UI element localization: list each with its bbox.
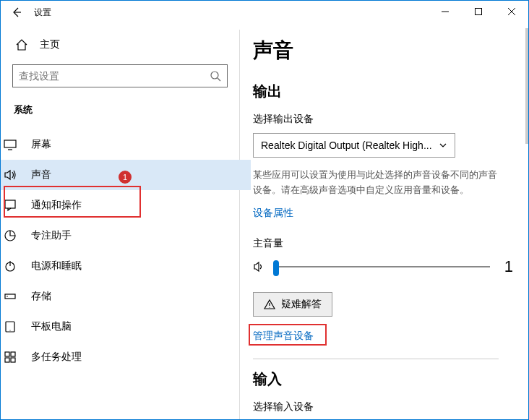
- svg-rect-0: [476, 9, 482, 15]
- home-label: 主页: [40, 38, 60, 51]
- svg-rect-10: [11, 352, 15, 356]
- svg-rect-11: [5, 358, 9, 362]
- output-help-text: 某些应用可以设置为使用与此处选择的声音设备不同的声音设备。请在高级声音选项中自定…: [253, 168, 499, 198]
- scrollbar[interactable]: [525, 28, 528, 144]
- sidebar: 主页 系统 屏幕 声音 通知和操作: [1, 24, 239, 419]
- storage-icon: [4, 290, 17, 303]
- notifications-icon: [4, 199, 17, 212]
- device-properties-link[interactable]: 设备属性: [253, 207, 293, 220]
- svg-rect-2: [4, 140, 16, 147]
- output-device-label: 选择输出设备: [253, 113, 502, 126]
- multitask-icon: [4, 351, 17, 364]
- dropdown-value: Realtek Digital Output (Realtek High...: [261, 140, 432, 151]
- sidebar-item-label: 屏幕: [31, 138, 51, 151]
- manage-devices-link[interactable]: 管理声音设备: [253, 330, 314, 343]
- search-box[interactable]: [12, 64, 228, 87]
- power-icon: [4, 260, 17, 273]
- tablet-icon: [4, 320, 17, 333]
- chevron-down-icon: [439, 141, 447, 150]
- input-device-label: 选择输入设备: [253, 400, 502, 413]
- content: 声音 输出 选择输出设备 Realtek Digital Output (Rea…: [240, 24, 528, 419]
- sidebar-item-storage[interactable]: 存储: [0, 281, 251, 312]
- svg-point-1: [211, 72, 218, 79]
- sidebar-item-focus[interactable]: 专注助手: [0, 220, 251, 251]
- speaker-icon[interactable]: [253, 261, 264, 273]
- output-device-dropdown[interactable]: Realtek Digital Output (Realtek High...: [253, 133, 455, 158]
- input-heading: 输入: [253, 369, 502, 389]
- page-title: 声音: [253, 37, 502, 64]
- troubleshoot-button[interactable]: 疑难解答: [253, 292, 332, 317]
- sidebar-item-multitask[interactable]: 多任务处理: [0, 342, 251, 372]
- back-button[interactable]: [11, 7, 22, 18]
- minimize-button[interactable]: [429, 1, 462, 22]
- warning-icon: [264, 299, 275, 310]
- svg-rect-5: [5, 294, 15, 299]
- search-input[interactable]: [19, 70, 210, 82]
- sidebar-item-label: 平板电脑: [31, 320, 72, 333]
- search-icon: [210, 70, 221, 82]
- volume-slider[interactable]: [273, 266, 490, 267]
- svg-point-6: [7, 296, 8, 297]
- sidebar-item-label: 声音: [31, 168, 51, 181]
- sidebar-item-label: 存储: [31, 290, 51, 303]
- volume-value: 1: [499, 257, 513, 276]
- sidebar-item-power[interactable]: 电源和睡眠: [0, 251, 251, 281]
- slider-thumb[interactable]: [273, 260, 279, 276]
- focus-icon: [4, 229, 17, 242]
- window-title: 设置: [34, 7, 51, 19]
- troubleshoot-label: 疑难解答: [281, 298, 322, 311]
- titlebar: 设置: [1, 1, 528, 24]
- sidebar-item-notifications[interactable]: 通知和操作: [0, 190, 251, 220]
- output-heading: 输出: [253, 82, 502, 101]
- close-button[interactable]: [495, 1, 528, 22]
- sidebar-item-label: 电源和睡眠: [31, 260, 82, 273]
- annotation-badge-1: 1: [119, 171, 132, 184]
- sidebar-item-label: 多任务处理: [31, 351, 82, 364]
- nav-list: 屏幕 声音 通知和操作 专注助手 电源和睡眠 存储: [0, 129, 251, 372]
- sidebar-item-display[interactable]: 屏幕: [0, 129, 251, 160]
- svg-point-8: [9, 330, 10, 330]
- sidebar-item-label: 专注助手: [31, 229, 72, 242]
- svg-rect-12: [11, 358, 15, 362]
- home-link[interactable]: 主页: [12, 33, 228, 64]
- volume-label: 主音量: [253, 237, 502, 250]
- separator: [253, 359, 499, 359]
- display-icon: [4, 138, 17, 151]
- home-icon: [15, 38, 28, 51]
- sidebar-item-tablet[interactable]: 平板电脑: [0, 312, 251, 342]
- maximize-button[interactable]: [462, 1, 495, 22]
- section-label: 系统: [12, 103, 228, 116]
- svg-rect-3: [5, 200, 15, 208]
- svg-rect-9: [5, 352, 9, 356]
- sidebar-item-label: 通知和操作: [31, 199, 82, 212]
- sound-icon: [4, 168, 17, 181]
